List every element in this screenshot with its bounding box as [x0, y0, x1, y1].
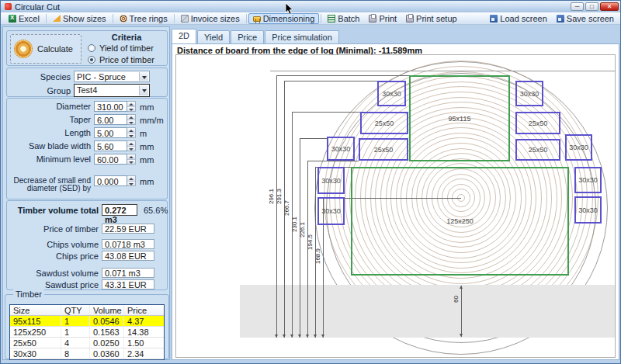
cant-label: 125x250	[446, 217, 474, 225]
select-row-species: SpeciesPIC - Spruce	[9, 71, 150, 82]
chevron-down-icon[interactable]	[139, 72, 148, 81]
spinner-saw-blade-width[interactable]	[127, 140, 136, 151]
toolbar-button-print[interactable]: Print	[364, 13, 401, 24]
table-cell: 0.0250	[90, 338, 124, 348]
toolbar: ExcelShow sizesTree ringsInvoice sizesDi…	[1, 12, 621, 25]
board-label: 25x50	[374, 146, 394, 154]
dimension-arrow-icon	[275, 335, 278, 338]
spinner-down-icon[interactable]	[127, 147, 135, 151]
field-label: Length	[9, 127, 94, 137]
maximize-button[interactable]: □	[585, 2, 598, 11]
toolbar-button-label: Load screen	[500, 14, 547, 23]
spinner-decrease-of-small-end-diameter-sed-by[interactable]	[127, 175, 136, 186]
board[interactable]: 25x50	[360, 112, 408, 134]
toolbar-button-invoice-sizes[interactable]: Invoice sizes	[176, 13, 245, 24]
table-header-size[interactable]: Size	[10, 305, 61, 315]
spinner-length[interactable]	[127, 127, 136, 138]
radio-icon[interactable]	[88, 44, 95, 52]
board[interactable]: 25x50	[515, 139, 560, 161]
board[interactable]: 30x30	[317, 197, 345, 225]
group-select[interactable]: Test4	[74, 84, 150, 97]
minimize-button[interactable]: ─	[571, 2, 584, 11]
calculate-button[interactable]: Calculate	[10, 34, 82, 64]
table-header-price[interactable]: Price	[124, 305, 162, 315]
criteria-option-yield-of-timber[interactable]: Yield of timber	[88, 43, 154, 53]
board[interactable]: 30x30	[515, 81, 543, 106]
board[interactable]: 30x30	[377, 81, 406, 106]
decrease-of-small-end-diameter-sed-by-input[interactable]: 0.000	[94, 175, 127, 186]
table-header-row: SizeQTYVolumePrice	[10, 305, 164, 316]
timber-legend: Timber	[13, 289, 44, 299]
board[interactable]: 30x30	[565, 134, 592, 161]
tab-price-simulation[interactable]: Price simulation	[265, 30, 339, 43]
toolbar-button-batch[interactable]: Batch	[323, 13, 364, 24]
diameter-input[interactable]: 310.00	[94, 101, 127, 112]
criteria-title: Criteria	[85, 33, 168, 42]
tab-price[interactable]: Price	[231, 30, 264, 43]
spinner-diameter[interactable]	[127, 101, 136, 112]
tab-2d[interactable]: 2D	[172, 29, 196, 43]
table-cell: 14.38	[124, 327, 162, 337]
toolbar-button-excel[interactable]: Excel	[4, 13, 44, 24]
dimension-arrow-icon	[321, 335, 324, 338]
spinner-down-icon[interactable]	[127, 182, 135, 186]
table-cell: 1	[61, 327, 90, 337]
table-header-qty[interactable]: QTY	[61, 305, 90, 315]
result-row-chips-price: Chips price43.08 EUR	[9, 251, 154, 261]
species-label: Species	[9, 72, 74, 81]
close-button[interactable]: ✕	[600, 2, 619, 11]
board[interactable]: 30x30	[327, 137, 355, 161]
reference-line	[270, 71, 616, 71]
toolbar-button-tree-rings[interactable]: Tree rings	[115, 13, 172, 24]
radio-selected-icon[interactable]	[88, 56, 95, 64]
select-value: PIC - Spruce	[77, 72, 126, 81]
saw-blade-width-input[interactable]: 5.60	[94, 140, 127, 151]
spinner-down-icon[interactable]	[127, 133, 135, 138]
board[interactable]: 30x30	[317, 167, 345, 194]
tab-strip: 2DYieldPricePrice simulation	[172, 29, 340, 43]
result-label: Sawdust price	[9, 280, 102, 289]
length-input[interactable]: 5.00	[94, 127, 127, 138]
table-cell: 8	[61, 348, 90, 359]
result-label: Chips volume	[9, 240, 102, 249]
board[interactable]: 25x50	[359, 138, 408, 161]
window-title: Circular Cut	[15, 2, 60, 12]
chevron-down-icon[interactable]	[139, 85, 148, 95]
calculate-button-label: Calculate	[37, 44, 73, 54]
cant-board[interactable]: 95x115	[409, 75, 510, 161]
toolbar-button-save-screen[interactable]: Save screen	[552, 13, 619, 24]
toolbar-button-label: Excel	[19, 14, 40, 23]
spinner-down-icon[interactable]	[127, 107, 135, 112]
cant-board[interactable]: 125x250	[351, 167, 569, 276]
table-row[interactable]: 30x3080.03602.34	[10, 348, 164, 359]
toolbar-separator	[113, 14, 113, 23]
spinner-taper[interactable]	[127, 114, 136, 125]
spinner-down-icon[interactable]	[127, 160, 135, 165]
species-select[interactable]: PIC - Spruce	[74, 71, 150, 82]
dimension-extension-line	[284, 81, 377, 81]
toolbar-button-dimensioning[interactable]: Dimensioning	[248, 13, 320, 24]
toolbar-button-show-sizes[interactable]: Show sizes	[48, 13, 111, 24]
table-row[interactable]: 125x25010.156314.38	[10, 327, 164, 338]
radio-label: Yield of timber	[99, 43, 154, 53]
board[interactable]: 25x50	[515, 112, 560, 134]
table-row[interactable]: 95x11510.05464.37	[10, 316, 164, 327]
field-label: Decrease of small end diameter (SED) by	[9, 175, 94, 192]
criteria-option-price-of-timber[interactable]: Price of timber	[88, 55, 154, 64]
table-row[interactable]: 25x5040.02501.50	[10, 338, 164, 348]
tab-yield[interactable]: Yield	[197, 30, 230, 43]
toolbar-button-load-screen[interactable]: Load screen	[485, 13, 552, 24]
taper-input[interactable]: 6.00	[94, 114, 127, 125]
table-header-volume[interactable]: Volume	[90, 305, 124, 315]
field-unit: mm	[136, 154, 154, 165]
species-groupbox: SpeciesPIC - SpruceGroupTest4	[6, 68, 168, 97]
dimension-line	[300, 138, 300, 338]
spinner-minimum-level[interactable]	[127, 154, 136, 165]
spinner-down-icon[interactable]	[127, 120, 135, 125]
board[interactable]: 30x30	[574, 167, 602, 193]
field-unit: m	[136, 127, 147, 138]
print-setup-icon	[406, 15, 414, 23]
minimum-level-input[interactable]: 60.00	[94, 154, 127, 165]
board[interactable]: 30x30	[574, 196, 602, 224]
toolbar-button-print-setup[interactable]: Print setup	[401, 13, 462, 24]
